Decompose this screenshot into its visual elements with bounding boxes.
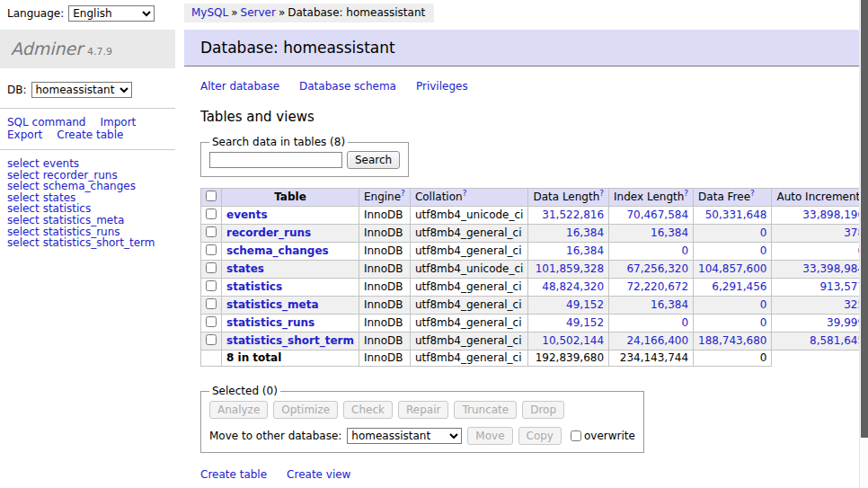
column-header-data-free: Data Free? [694, 189, 772, 207]
totals-index-length-cell: 234,143,744 [609, 350, 694, 367]
totals-collation-cell: utf8mb4_general_ci [410, 350, 528, 367]
auto-increment-cell[interactable]: 33,898,196 [772, 207, 868, 225]
data-free-cell[interactable]: 50,331,648 [694, 207, 772, 225]
index-length-cell[interactable]: 16,384 [609, 225, 694, 243]
breadcrumb-current: Database: homeassistant [288, 6, 425, 19]
auto-increment-cell[interactable]: 8,581,645 [772, 333, 868, 350]
search-button[interactable]: Search [347, 151, 400, 169]
row-checkbox[interactable] [206, 316, 217, 327]
search-input[interactable] [209, 152, 342, 168]
index-length-cell[interactable]: 72,220,672 [609, 279, 694, 297]
select-all-checkbox[interactable] [206, 191, 217, 201]
data-free-cell[interactable]: 6,291,456 [694, 279, 772, 297]
collation-cell: utf8mb4_general_ci [410, 333, 528, 350]
data-free-cell[interactable]: 104,857,600 [694, 261, 772, 279]
sidebar-link-sql-command[interactable]: SQL command [7, 116, 85, 129]
truncate-button[interactable]: Truncate [454, 401, 517, 419]
index-length-cell[interactable]: 67,256,320 [609, 261, 694, 279]
scrollbar-thumb[interactable] [861, 0, 868, 438]
index-length-cell[interactable]: 0 [609, 243, 694, 261]
sidebar-item-select-events[interactable]: selectevents [7, 158, 168, 170]
table-link[interactable]: statistics_short_term [226, 334, 354, 347]
data-free-cell[interactable]: 0 [694, 315, 772, 333]
privileges-link[interactable]: Privileges [416, 80, 468, 93]
collation-cell: utf8mb4_general_ci [410, 297, 528, 315]
data-free-cell[interactable]: 188,743,680 [694, 333, 772, 350]
table-link[interactable]: events [226, 209, 268, 221]
table-name: statistics_short_term [43, 237, 155, 249]
data-length-cell[interactable]: 101,859,328 [528, 261, 609, 279]
table-link[interactable]: schema_changes [226, 244, 329, 257]
row-checkbox[interactable] [206, 226, 217, 237]
data-length-cell[interactable]: 16,384 [528, 225, 609, 243]
collation-hint-link[interactable]: ? [463, 189, 467, 198]
auto-increment-cell[interactable]: 378 [772, 225, 868, 243]
vertical-scrollbar[interactable] [859, 0, 868, 488]
row-checkbox[interactable] [206, 244, 217, 255]
sidebar-link-create-table[interactable]: Create table [57, 129, 123, 141]
overwrite-checkbox[interactable] [571, 430, 581, 441]
auto-increment-cell[interactable]: 39,999 [772, 315, 868, 333]
table-link[interactable]: recorder_runs [226, 226, 311, 239]
row-checkbox[interactable] [206, 209, 217, 219]
auto-increment-cell[interactable]: 325 [772, 297, 868, 315]
language-select[interactable]: English [68, 5, 155, 22]
copy-button[interactable]: Copy [518, 427, 562, 445]
row-checkbox[interactable] [206, 298, 217, 309]
data-length-cell[interactable]: 49,152 [528, 315, 609, 333]
breadcrumb-separator: » [231, 6, 237, 19]
sidebar-item-select-statistics-short-term[interactable]: selectstatistics_short_term [7, 237, 168, 249]
index-length-cell[interactable]: 0 [609, 315, 694, 333]
sidebar-link-export[interactable]: Export [7, 129, 42, 141]
check-button[interactable]: Check [343, 401, 393, 419]
sidebar-link-import[interactable]: Import [100, 116, 136, 129]
data-length-cell[interactable]: 49,152 [528, 297, 609, 315]
database-schema-link[interactable]: Database schema [299, 80, 396, 93]
data-length-hint-link[interactable]: ? [599, 189, 604, 198]
engine-hint-link[interactable]: ? [401, 189, 405, 198]
move-to-database-label: Move to other database: [209, 430, 341, 442]
data-length-cell[interactable]: 10,502,144 [528, 333, 609, 350]
create-table-link[interactable]: Create table [200, 468, 267, 481]
db-select[interactable]: homeassistant [31, 82, 132, 98]
index-length-cell[interactable]: 16,384 [609, 297, 694, 315]
row-checkbox[interactable] [206, 280, 217, 291]
data-free-cell[interactable]: 0 [694, 297, 772, 315]
move-button[interactable]: Move [467, 427, 512, 445]
auto-increment-cell[interactable]: 33,398,984 [772, 261, 868, 279]
row-checkbox[interactable] [206, 334, 217, 345]
sidebar-item-select-schema-changes[interactable]: selectschema_changes [7, 181, 168, 192]
engine-cell: InnoDB [359, 261, 410, 279]
engine-cell: InnoDB [359, 225, 410, 243]
alter-database-link[interactable]: Alter database [200, 80, 279, 93]
sidebar-item-select-statistics-meta[interactable]: selectstatistics_meta [7, 215, 168, 226]
table-link[interactable]: statistics_meta [226, 298, 319, 311]
data-free-cell[interactable]: 0 [694, 225, 772, 243]
data-length-cell[interactable]: 16,384 [528, 243, 609, 261]
drop-button[interactable]: Drop [522, 401, 564, 419]
index-length-cell[interactable]: 24,166,400 [609, 333, 694, 350]
row-checkbox[interactable] [206, 262, 217, 273]
data-length-cell[interactable]: 31,522,816 [528, 207, 609, 225]
auto-increment-cell[interactable]: 913,577 [772, 279, 868, 297]
index-length-cell[interactable]: 70,467,584 [609, 207, 694, 225]
breadcrumb-link-mysql[interactable]: MySQL [191, 6, 228, 19]
table-link[interactable]: statistics_runs [226, 316, 314, 329]
table-link[interactable]: states [226, 262, 264, 275]
collation-cell: utf8mb4_unicode_ci [410, 207, 528, 225]
brand-bar: Adminer4.7.9 [0, 30, 175, 68]
create-view-link[interactable]: Create view [287, 468, 350, 481]
auto-increment-cell[interactable]: 6 [772, 243, 868, 261]
repair-button[interactable]: Repair [398, 401, 448, 419]
breadcrumb: MySQL»Server»Database: homeassistant [184, 4, 434, 22]
data-free-cell[interactable]: 0 [694, 243, 772, 261]
data-length-cell[interactable]: 48,824,320 [528, 279, 609, 297]
analyze-button[interactable]: Analyze [209, 401, 268, 419]
breadcrumb-link-server[interactable]: Server [241, 6, 276, 19]
optimize-button[interactable]: Optimize [273, 401, 338, 419]
move-database-select[interactable]: homeassistant [347, 428, 462, 444]
data-free-hint-link[interactable]: ? [750, 189, 755, 198]
index-length-hint-link[interactable]: ? [684, 189, 688, 198]
table-link[interactable]: statistics [226, 280, 282, 293]
sidebar-actions-row2: ExportCreate table [7, 129, 168, 141]
